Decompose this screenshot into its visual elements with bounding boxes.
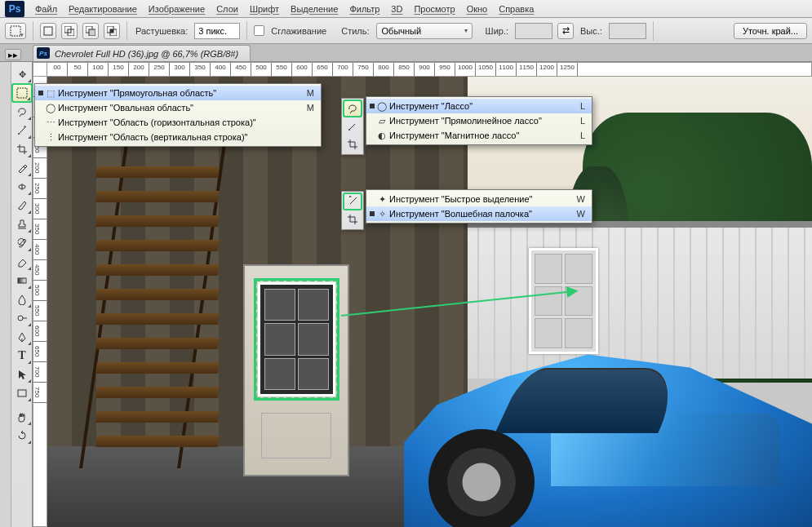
toolbox: ✥ T [11,62,33,527]
ruler-origin[interactable] [33,62,47,77]
menu-layers[interactable]: Слои [211,4,244,14]
stamp-tool[interactable] [12,215,32,233]
gradient-tool[interactable] [12,272,32,290]
flyout-item[interactable]: ◯Инструмент "Овальная область"M [35,100,321,115]
path-select-tool[interactable] [12,365,32,383]
flyout-item[interactable]: ◐Инструмент "Магнитное лассо"L [366,128,592,143]
brush-tool[interactable] [12,197,32,215]
type-tool[interactable]: T [12,347,32,365]
eraser-tool[interactable] [12,253,32,271]
move-tool[interactable]: ✥ [12,65,32,83]
hand-tool[interactable] [12,408,32,426]
menu-bar: Ps Файл Редактирование Изображение Слои … [0,0,812,18]
tool-icon: ⋮ [45,132,56,143]
ruler-tick: 50 [68,63,88,76]
menu-help[interactable]: Справка [493,4,539,14]
ruler-tick: 450 [33,260,47,281]
refine-edge-button[interactable]: Уточн. край... [734,23,807,39]
expand-panels-handle[interactable]: ▸▸ [5,49,21,60]
horizontal-ruler[interactable]: 0050100150200250300350400450500550600650… [47,62,812,77]
tool-icon: ⋯ [45,117,56,128]
marquee-tool[interactable] [12,84,32,102]
menu-file[interactable]: Файл [29,4,63,14]
rotate-view-tool[interactable] [12,427,32,445]
ruler-tick: 450 [231,63,251,76]
width-label: Шир.: [486,26,508,36]
blur-tool[interactable] [12,290,32,308]
menu-image[interactable]: Изображение [143,4,211,14]
svg-rect-16 [18,390,26,396]
history-brush-tool[interactable] [12,234,32,252]
flyout-item[interactable]: ✦Инструмент "Быстрое выделение"W [366,192,592,206]
ruler-tick: 1050 [476,63,496,76]
ruler-tick: 350 [190,63,211,76]
ruler-tick: 1000 [455,63,476,76]
selection-intersect-button[interactable] [104,23,120,39]
copied-region [529,248,598,354]
antialias-checkbox[interactable] [254,25,264,36]
selection-subtract-button[interactable] [82,23,99,39]
menu-view[interactable]: Просмотр [408,4,460,14]
flyout-item[interactable]: ⋮Инструмент "Область (вертикальная строк… [35,130,321,144]
lasso-cluster-button[interactable] [344,100,362,117]
flyout-shortcut: L [564,101,585,111]
menu-filter[interactable]: Фильтр [344,4,385,14]
ruler-tick: 550 [33,301,47,321]
svg-rect-0 [11,26,20,36]
pen-tool[interactable] [12,328,32,346]
work-area: ✥ T 005010015020025030035040045050055060… [0,62,812,527]
wand-flyout: ✦Инструмент "Быстрое выделение"W✧Инструм… [366,189,592,224]
flyout-item[interactable]: ◯Инструмент "Лассо"L [366,99,592,113]
wand-cluster-button-2[interactable]: * [344,193,362,210]
flyout-label: Инструмент "Прямоугольная область" [58,88,216,98]
flyout-shortcut: W [561,209,585,219]
crop-cluster-button-2[interactable] [344,211,362,228]
lasso-tool-cluster [341,98,364,155]
flyout-item[interactable]: ✧Инструмент "Волшебная палочка"W [366,206,592,221]
shape-tool[interactable] [12,384,32,402]
crop-cluster-button[interactable] [344,136,362,153]
eyedropper-tool[interactable] [12,159,32,177]
tool-icon: ◯ [45,103,56,113]
flyout-item[interactable]: ▱Инструмент "Прямолинейное лассо"L [366,113,592,128]
dodge-tool[interactable] [12,309,32,327]
ps-mini-icon: Ps [37,47,50,59]
swap-dimensions-button[interactable]: ⇄ [557,23,574,39]
ruler-tick: 1250 [557,63,578,76]
tool-rail [0,62,11,527]
wand-cluster-button[interactable] [344,118,362,135]
wand-tool[interactable] [12,122,32,140]
feather-input[interactable] [194,23,240,39]
flyout-label: Инструмент "Прямолинейное лассо" [389,116,542,126]
menu-3d[interactable]: 3D [385,4,408,14]
flyout-item[interactable]: ⬚Инструмент "Прямоугольная область"M [35,86,321,100]
flyout-shortcut: W [561,194,585,204]
antialias-label: Сглаживание [271,26,326,36]
ruler-tick: 350 [33,219,47,240]
flyout-label: Инструмент "Овальная область" [58,103,193,113]
svg-point-17 [348,129,350,131]
selection-add-button[interactable] [61,23,78,39]
ruler-tick: 950 [435,63,455,76]
document-tab[interactable]: Ps Chevrolet Full HD (36).jpg @ 66,7% (R… [33,45,251,61]
flyout-label: Инструмент "Область (горизонтальная стро… [58,117,256,127]
style-value: Обычный [382,26,422,36]
ruler-tick: 1150 [517,63,537,76]
selection-new-button[interactable] [40,23,56,39]
crop-tool[interactable] [12,140,32,158]
lasso-tool[interactable] [12,103,32,121]
flyout-item[interactable]: ⋯Инструмент "Область (горизонтальная стр… [35,115,321,130]
app-logo: Ps [5,1,24,17]
current-tool-indicator[interactable] [5,23,26,39]
style-select[interactable]: Обычный [376,23,473,39]
healing-tool[interactable] [12,178,32,196]
menu-window[interactable]: Окно [461,4,494,14]
separator [33,21,33,41]
height-input [609,23,646,39]
lasso-flyout: ◯Инструмент "Лассо"L▱Инструмент "Прямоли… [366,96,592,145]
width-input [515,23,552,39]
menu-select[interactable]: Выделение [285,4,344,14]
menu-edit[interactable]: Редактирование [63,4,143,14]
ruler-tick: 650 [33,342,47,362]
menu-type[interactable]: Шрифт [244,4,285,14]
